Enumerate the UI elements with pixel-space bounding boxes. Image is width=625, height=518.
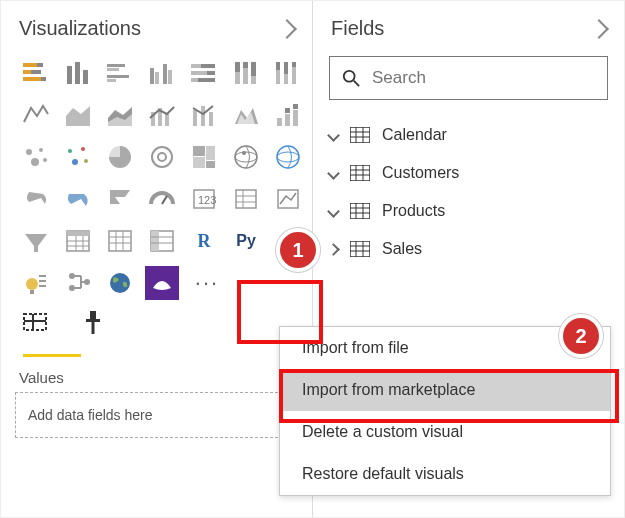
more-visuals-button[interactable]: ··· (187, 266, 227, 300)
svg-rect-8 (83, 70, 88, 84)
svg-rect-2 (23, 70, 31, 74)
chevron-right-icon (327, 243, 340, 256)
funnel-icon[interactable] (229, 140, 263, 174)
values-label: Values (1, 357, 312, 392)
arcgis-visual-icon[interactable] (145, 266, 179, 300)
svg-rect-64 (206, 161, 215, 168)
card-icon[interactable] (19, 182, 53, 216)
r-visual-icon[interactable]: R (187, 224, 221, 258)
table-icon[interactable]: 123 (187, 182, 221, 216)
svg-rect-111 (90, 311, 96, 319)
table-item-sales[interactable]: Sales (329, 230, 608, 268)
kpi-icon[interactable] (103, 182, 137, 216)
table-icon (350, 127, 370, 143)
stacked-column-chart-icon[interactable] (61, 56, 95, 90)
fields-tab-icon[interactable] (21, 308, 49, 336)
r-script-icon[interactable] (271, 182, 305, 216)
table-item-customers[interactable]: Customers (329, 154, 608, 192)
svg-rect-13 (150, 68, 154, 84)
svg-rect-46 (277, 118, 282, 126)
multi-row-card-icon[interactable] (61, 182, 95, 216)
svg-rect-26 (243, 68, 248, 84)
svg-point-67 (242, 151, 246, 155)
clustered-column-chart-icon[interactable] (145, 56, 179, 90)
stacked-area-icon[interactable] (61, 98, 95, 132)
scatter-chart-icon[interactable] (271, 98, 305, 132)
svg-rect-50 (293, 104, 298, 109)
format-filter-row (1, 308, 312, 336)
callout-1: 1 (276, 228, 320, 272)
svg-rect-43 (209, 112, 213, 126)
waterfall-chart-icon[interactable] (229, 98, 263, 132)
svg-rect-9 (107, 64, 125, 67)
treemap-icon[interactable] (103, 140, 137, 174)
hundred-stacked-bar-icon[interactable] (187, 56, 221, 90)
svg-line-115 (354, 81, 359, 86)
svg-text:123: 123 (198, 194, 216, 206)
line-stacked-column-icon[interactable] (103, 98, 137, 132)
key-influencers-icon[interactable] (61, 224, 95, 258)
qa-visual-icon[interactable] (145, 224, 179, 258)
fields-title: Fields (331, 17, 384, 40)
menu-restore-default-visuals[interactable]: Restore default visuals (280, 453, 610, 495)
svg-rect-11 (107, 75, 129, 78)
svg-rect-41 (193, 110, 197, 126)
filled-map-icon[interactable] (187, 140, 221, 174)
table-item-calendar[interactable]: Calendar (329, 116, 608, 154)
svg-point-95 (26, 278, 38, 290)
svg-rect-12 (107, 79, 116, 82)
map-icon[interactable] (145, 140, 179, 174)
line-clustered-column-icon[interactable] (145, 98, 179, 132)
svg-line-71 (162, 196, 167, 204)
hundred-stacked-column-icon[interactable] (229, 56, 263, 90)
fields-header[interactable]: Fields (313, 1, 624, 48)
svg-rect-34 (292, 67, 296, 84)
globe-visual-icon[interactable] (103, 266, 137, 300)
menu-delete-custom-visual[interactable]: Delete a custom visual (280, 411, 610, 453)
viz-header[interactable]: Visualizations (1, 1, 312, 48)
svg-point-69 (277, 152, 299, 162)
gauge-icon[interactable] (271, 140, 305, 174)
py-visual-icon[interactable]: Py (229, 224, 263, 258)
table-item-products[interactable]: Products (329, 192, 608, 230)
values-drop-zone[interactable]: Add data fields here (15, 392, 298, 438)
svg-rect-126 (350, 203, 370, 219)
svg-rect-3 (31, 70, 41, 74)
slicer-icon[interactable] (145, 182, 179, 216)
paginated-report-icon[interactable] (61, 266, 95, 300)
svg-rect-81 (67, 231, 89, 236)
callout-2: 2 (559, 314, 603, 358)
svg-rect-0 (23, 63, 37, 67)
chevron-down-icon (327, 167, 340, 180)
table-label: Calendar (382, 126, 447, 144)
fields-search-input[interactable] (370, 67, 494, 89)
format-tab-icon[interactable] (79, 308, 107, 336)
stacked-bar-chart-icon[interactable] (19, 56, 53, 90)
fields-search-box[interactable] (329, 56, 608, 100)
svg-rect-28 (251, 76, 256, 84)
ribbon-chart-icon[interactable] (187, 98, 221, 132)
area-chart-icon[interactable] (19, 98, 53, 132)
svg-rect-6 (67, 66, 72, 84)
svg-rect-86 (109, 231, 131, 251)
chevron-down-icon (327, 129, 340, 142)
svg-rect-131 (350, 241, 370, 257)
menu-import-from-marketplace[interactable]: Import from marketplace (280, 369, 610, 411)
svg-point-52 (39, 148, 43, 152)
line-chart-icon[interactable] (271, 56, 305, 90)
svg-point-114 (344, 71, 355, 82)
svg-rect-47 (285, 114, 290, 126)
donut-chart-icon[interactable] (61, 140, 95, 174)
matrix-icon[interactable] (229, 182, 263, 216)
svg-rect-61 (193, 146, 205, 156)
clustered-bar-chart-icon[interactable] (103, 56, 137, 90)
svg-point-56 (81, 147, 85, 151)
svg-rect-20 (191, 71, 207, 75)
chevron-down-icon (327, 205, 340, 218)
python-visual-icon[interactable] (19, 224, 53, 258)
svg-point-60 (158, 153, 166, 161)
svg-rect-112 (86, 319, 100, 322)
pie-chart-icon[interactable] (19, 140, 53, 174)
decomposition-tree-icon[interactable] (103, 224, 137, 258)
smart-narrative-icon[interactable] (19, 266, 53, 300)
